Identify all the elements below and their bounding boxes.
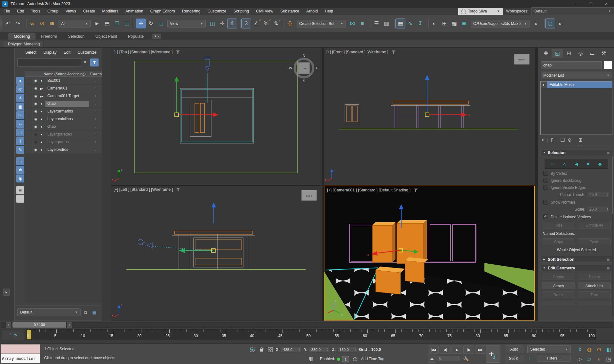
time-configuration-icon[interactable]: ◷ <box>463 355 470 361</box>
explorer-filter-button[interactable] <box>90 58 99 66</box>
go-to-end-button[interactable]: ▶▶| <box>475 345 486 354</box>
viewport-front-canvas[interactable]: x FRONT z x <box>324 48 535 185</box>
track-bar-ruler[interactable]: 0510152025303540455055606570758085909510… <box>26 329 596 340</box>
listener-script-pane[interactable]: Array modifier <box>1 354 40 363</box>
menu-item[interactable]: Create <box>80 8 99 15</box>
toolbar-separator[interactable] <box>426 19 429 28</box>
object-name[interactable]: Camera001.Target <box>45 93 89 99</box>
ribbon-tab[interactable]: Freeform <box>36 33 63 40</box>
app-logo-icon[interactable]: 3 <box>2 1 8 7</box>
menu-item[interactable]: Substance <box>277 8 303 15</box>
explorer-search-input[interactable] <box>17 58 82 67</box>
explorer-column-header[interactable]: Name (Sorted Ascending) ▲ Frozen <box>25 71 102 77</box>
maximize-button[interactable]: ☐ <box>583 0 599 8</box>
viewport-camera-label[interactable]: [+] [Camera001 ] [Standard ] [Default Sh… <box>327 188 411 192</box>
object-name-field[interactable]: chao <box>541 61 602 69</box>
filter-spacewarps-icon[interactable]: ≋ <box>16 120 24 128</box>
x-coord-field[interactable]: 485,0▲▼ <box>281 346 301 352</box>
key-filters-button[interactable]: Filters... <box>537 355 571 362</box>
frozen-toggle-icon[interactable] <box>95 140 97 144</box>
select-and-manipulate-icon[interactable]: ✛ <box>217 19 227 28</box>
menu-item[interactable]: Group <box>44 8 62 15</box>
zoom-extents-all-icon[interactable]: ◧ <box>604 345 613 354</box>
filter-hidden-icon[interactable]: ◉ <box>16 174 24 182</box>
edge-icon[interactable]: △ <box>562 161 566 167</box>
explorer-layers-icon[interactable]: ⧈ <box>82 308 89 316</box>
object-name[interactable]: chao <box>45 124 89 130</box>
object-name[interactable]: chao <box>45 101 89 107</box>
object-name[interactable]: Camera001 <box>45 85 89 91</box>
previous-frame-arrow[interactable]: < <box>6 322 11 328</box>
toolbar-separator[interactable] <box>392 19 395 28</box>
select-and-scale-icon[interactable]: ◲ <box>156 19 166 28</box>
toggle-scene-explorer-icon[interactable]: ▥ <box>381 19 391 28</box>
zoom-icon[interactable]: ⇕ <box>575 345 584 354</box>
name-column-header[interactable]: Name (Sorted Ascending) <box>25 72 86 76</box>
time-slider-handle[interactable]: 0 / 100 <box>12 322 66 328</box>
toolbar-separator[interactable] <box>238 19 241 28</box>
next-frame-arrow[interactable]: > <box>67 322 72 328</box>
save-reminder-icon[interactable]: ◷ <box>545 19 555 28</box>
utilities-tab[interactable]: ⚒ <box>598 49 610 58</box>
key-filters-icon[interactable]: ⛶ <box>527 355 534 362</box>
toolbar-separator[interactable] <box>282 19 284 28</box>
delete-isolated-vertices-checkbox[interactable] <box>543 214 548 219</box>
mirror-icon[interactable]: ⋈ <box>347 19 357 28</box>
spinner-arrows-icon[interactable]: ▲▼ <box>607 208 609 211</box>
planar-thresh-spinner[interactable]: 45,0 ▲▼ <box>587 191 610 197</box>
object-name[interactable]: Layer:vidros <box>45 147 89 153</box>
spinner-arrows-icon[interactable]: ▲▼ <box>355 348 357 351</box>
toolbar-separator[interactable] <box>24 19 27 28</box>
user-account-menu[interactable]: Tiago Silva ▼ <box>458 8 503 15</box>
object-name[interactable]: Layer:paredes <box>45 131 89 137</box>
viewport-front[interactable]: [+] [Front ] [Standard ] [Wireframe ] <box>324 48 535 185</box>
viewport-filter-icon[interactable] <box>176 188 180 191</box>
set-key-button[interactable]: Set K. <box>505 355 523 362</box>
selection-filter-dropdown[interactable]: All▼ <box>59 20 91 27</box>
add-time-tag[interactable]: Add Time Tag <box>361 357 384 361</box>
minimize-button[interactable]: ─ <box>568 0 583 8</box>
frozen-toggle-icon[interactable] <box>95 94 97 98</box>
explorer-menu-item[interactable]: Display <box>40 50 60 55</box>
explorer-object-row[interactable]: Layer:armários <box>25 108 102 115</box>
select-by-name-icon[interactable]: ▤ <box>102 19 112 28</box>
bind-to-space-warp-icon[interactable]: ≋ <box>47 19 57 28</box>
object-name[interactable]: Layer:armários <box>45 108 89 114</box>
edit-geometry-button[interactable]: Break <box>542 291 575 298</box>
viewport-filter-icon[interactable] <box>176 50 180 54</box>
viewport-filter-icon[interactable] <box>391 50 395 54</box>
frozen-column-header[interactable]: Frozen <box>90 72 102 76</box>
menu-item[interactable]: File <box>0 8 13 15</box>
toolbar-separator[interactable] <box>368 19 371 28</box>
keying-set-dropdown[interactable]: Selected ▼ <box>527 345 571 353</box>
select-object-icon[interactable]: ► <box>92 19 102 28</box>
explorer-preset-dropdown[interactable]: Default ▼ <box>17 308 81 316</box>
rendered-frame-window-icon[interactable]: ▩ <box>449 19 459 28</box>
field-of-view-icon[interactable]: ▷ <box>575 354 584 363</box>
expand-toolbar-chevron-icon[interactable]: » <box>555 19 565 28</box>
modifier-stack[interactable]: ▶ Editable Mesh <box>540 81 612 135</box>
visibility-eye-icon[interactable] <box>33 109 39 113</box>
enabled-count-badge[interactable]: 1 <box>342 356 349 362</box>
object-name[interactable]: Box001 <box>45 78 89 84</box>
schematic-view-icon[interactable]: ↧ <box>415 19 425 28</box>
motion-tab[interactable]: ◎ <box>575 49 586 58</box>
render-production-icon[interactable]: ◙ <box>459 19 469 28</box>
selection-lock-toggle-icon[interactable] <box>259 346 265 353</box>
visibility-eye-icon[interactable] <box>33 148 39 152</box>
current-frame-field[interactable]: 0▲▼ <box>437 355 461 362</box>
edit-geometry-button[interactable]: Delete <box>578 274 611 280</box>
filter-frozen-icon[interactable]: ❄ <box>16 166 24 174</box>
filter-helpers-icon[interactable]: ◺ <box>16 111 24 119</box>
align-icon[interactable]: ≡ <box>357 19 367 28</box>
redo-icon[interactable]: ↷ <box>13 19 23 28</box>
visibility-eye-icon[interactable] <box>33 132 39 136</box>
z-coord-field[interactable]: 150,0▲▼ <box>337 346 358 352</box>
make-unique-icon[interactable]: ❏ <box>561 137 565 143</box>
frozen-toggle-icon[interactable] <box>95 79 97 82</box>
show-end-result-icon[interactable]: ▯ <box>551 137 554 143</box>
spinner-arrows-icon[interactable]: ▲▼ <box>458 357 460 360</box>
explorer-menu-item[interactable]: Customize <box>74 50 100 55</box>
panel-resize-handle[interactable] <box>540 146 613 147</box>
layer-explorer-icon[interactable]: ☰ <box>371 19 381 28</box>
